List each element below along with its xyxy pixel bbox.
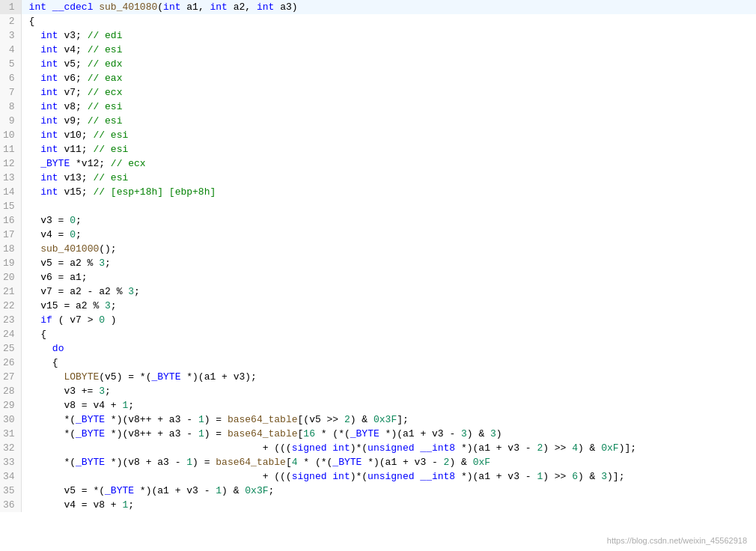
line-number: 18 — [0, 242, 21, 256]
code-line: _BYTE *v12; // ecx — [21, 156, 756, 171]
code-line: int v6; // eax — [21, 71, 756, 85]
table-row: 27 LOBYTE(v5) = *(_BYTE *)(a1 + v3); — [0, 370, 756, 384]
code-line: *(_BYTE *)(v8++ + a3 - 1) = base64_table… — [21, 427, 756, 441]
line-number: 19 — [0, 256, 21, 270]
table-row: 13 int v13; // esi — [0, 171, 756, 185]
line-number: 2 — [0, 14, 21, 28]
table-row: 18 sub_401000(); — [0, 242, 756, 256]
line-number: 14 — [0, 185, 21, 199]
code-line: int v5; // edx — [21, 57, 756, 71]
line-number: 34 — [0, 469, 21, 484]
code-line: int v3; // edi — [21, 28, 756, 43]
table-row: 32 + (((signed int)*(unsigned __int8 *)(… — [0, 441, 756, 455]
table-row: 22 v15 = a2 % 3; — [0, 299, 756, 313]
table-row: 14 int v15; // [esp+18h] [ebp+8h] — [0, 185, 756, 199]
code-line: { — [21, 14, 756, 28]
line-number: 3 — [0, 28, 21, 43]
table-row: 20 v6 = a1; — [0, 270, 756, 284]
table-row: 34 + (((signed int)*(unsigned __int8 *)(… — [0, 469, 756, 484]
code-line: { — [21, 327, 756, 341]
table-row: 16 v3 = 0; — [0, 213, 756, 228]
line-number: 21 — [0, 284, 21, 299]
code-viewer: 1int __cdecl sub_401080(int a1, int a2, … — [0, 0, 756, 551]
table-row: 25 do — [0, 341, 756, 356]
code-line: *(_BYTE *)(v8 + a3 - 1) = base64_table[4… — [21, 455, 756, 469]
line-number: 36 — [0, 498, 21, 512]
table-row: 24 { — [0, 327, 756, 341]
code-line: v4 = v8 + 1; — [21, 498, 756, 512]
code-line: v3 = 0; — [21, 213, 756, 228]
code-line: v4 = 0; — [21, 228, 756, 242]
line-number: 6 — [0, 71, 21, 85]
line-number: 9 — [0, 114, 21, 128]
line-number: 27 — [0, 370, 21, 384]
code-table: 1int __cdecl sub_401080(int a1, int a2, … — [0, 0, 756, 512]
code-line: int v15; // [esp+18h] [ebp+8h] — [21, 185, 756, 199]
table-row: 3 int v3; // edi — [0, 28, 756, 43]
line-number: 17 — [0, 228, 21, 242]
code-line: v5 = *(_BYTE *)(a1 + v3 - 1) & 0x3F; — [21, 484, 756, 498]
code-line: v3 += 3; — [21, 384, 756, 398]
table-row: 6 int v6; // eax — [0, 71, 756, 85]
code-line: int v8; // esi — [21, 100, 756, 114]
table-row: 29 v8 = v4 + 1; — [0, 398, 756, 413]
line-number: 32 — [0, 441, 21, 455]
table-row: 19 v5 = a2 % 3; — [0, 256, 756, 270]
line-number: 22 — [0, 299, 21, 313]
table-row: 5 int v5; // edx — [0, 57, 756, 71]
watermark-text: https://blog.csdn.net/weixin_45562918 — [607, 536, 747, 545]
line-number: 12 — [0, 156, 21, 171]
table-row: 12 _BYTE *v12; // ecx — [0, 156, 756, 171]
line-number: 10 — [0, 128, 21, 142]
table-row: 35 v5 = *(_BYTE *)(a1 + v3 - 1) & 0x3F; — [0, 484, 756, 498]
code-line: int v11; // esi — [21, 142, 756, 156]
code-line: + (((signed int)*(unsigned __int8 *)(a1 … — [21, 469, 756, 484]
table-row: 21 v7 = a2 - a2 % 3; — [0, 284, 756, 299]
code-line: sub_401000(); — [21, 242, 756, 256]
line-number: 5 — [0, 57, 21, 71]
table-row: 36 v4 = v8 + 1; — [0, 498, 756, 512]
table-row: 15 — [0, 199, 756, 213]
code-line: int v13; // esi — [21, 171, 756, 185]
table-row: 10 int v10; // esi — [0, 128, 756, 142]
code-line: + (((signed int)*(unsigned __int8 *)(a1 … — [21, 441, 756, 455]
line-number: 31 — [0, 427, 21, 441]
line-number: 29 — [0, 398, 21, 413]
table-row: 11 int v11; // esi — [0, 142, 756, 156]
code-line: v8 = v4 + 1; — [21, 398, 756, 413]
code-line: int v10; // esi — [21, 128, 756, 142]
line-number: 23 — [0, 313, 21, 327]
line-number: 7 — [0, 85, 21, 100]
line-number: 13 — [0, 171, 21, 185]
code-line: v15 = a2 % 3; — [21, 299, 756, 313]
code-line: v7 = a2 - a2 % 3; — [21, 284, 756, 299]
line-number: 35 — [0, 484, 21, 498]
table-row: 4 int v4; // esi — [0, 43, 756, 57]
code-line: do — [21, 341, 756, 356]
line-number: 11 — [0, 142, 21, 156]
line-number: 33 — [0, 455, 21, 469]
table-row: 26 { — [0, 356, 756, 370]
line-number: 15 — [0, 199, 21, 213]
line-number: 4 — [0, 43, 21, 57]
code-line: { — [21, 356, 756, 370]
line-number: 16 — [0, 213, 21, 228]
table-row: 7 int v7; // ecx — [0, 85, 756, 100]
line-number: 8 — [0, 100, 21, 114]
table-row: 1int __cdecl sub_401080(int a1, int a2, … — [0, 0, 756, 14]
table-row: 30 *(_BYTE *)(v8++ + a3 - 1) = base64_ta… — [0, 413, 756, 427]
code-line: v6 = a1; — [21, 270, 756, 284]
line-number: 28 — [0, 384, 21, 398]
code-line: *(_BYTE *)(v8++ + a3 - 1) = base64_table… — [21, 413, 756, 427]
line-number: 30 — [0, 413, 21, 427]
code-line: int v7; // ecx — [21, 85, 756, 100]
code-line: v5 = a2 % 3; — [21, 256, 756, 270]
code-line: int v4; // esi — [21, 43, 756, 57]
line-number: 25 — [0, 341, 21, 356]
table-row: 8 int v8; // esi — [0, 100, 756, 114]
table-row: 2{ — [0, 14, 756, 28]
table-row: 17 v4 = 0; — [0, 228, 756, 242]
code-line: LOBYTE(v5) = *(_BYTE *)(a1 + v3); — [21, 370, 756, 384]
line-number: 1 — [0, 0, 21, 14]
code-line — [21, 199, 756, 213]
